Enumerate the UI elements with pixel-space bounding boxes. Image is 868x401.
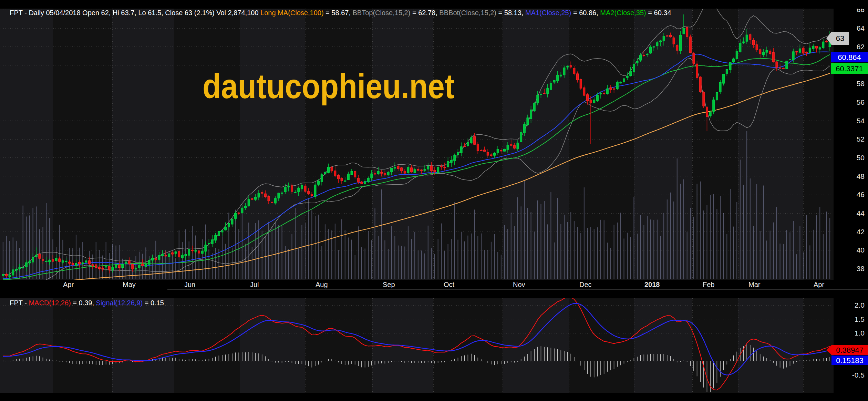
price-axis-label: 54 xyxy=(857,117,865,125)
month-label: Sep xyxy=(383,281,395,288)
price-axis-label: 46 xyxy=(857,191,865,198)
signal-value-tag: 0.15183 xyxy=(831,356,868,365)
price-axis-label: 64 xyxy=(857,24,865,32)
header-bbtop-value: = 62.78, xyxy=(410,9,439,17)
chart-canvas[interactable]: dautucophieu.netAprMayJunJulAugSepOctNov… xyxy=(0,0,868,401)
macd-axis-label: 1.0 xyxy=(855,329,865,337)
header-bbtop-label: BBTop(Close,15,2) xyxy=(353,9,411,17)
macd-header-prefix: FPT - xyxy=(10,299,29,307)
price-axis-label: 52 xyxy=(857,135,865,143)
price-axis-label: 48 xyxy=(857,172,865,180)
header-longma-label: Long MA(Close,100) xyxy=(260,9,323,17)
macd-value-tag: 0.38947 xyxy=(826,345,868,355)
price-axis-label: 56 xyxy=(857,98,865,106)
header-bbbot-value: = 58.13, xyxy=(496,9,525,17)
header-longma-value: = 58.67, xyxy=(324,9,353,17)
month-label: Dec xyxy=(579,281,592,288)
macd-header-signal-value: = 0.15 xyxy=(143,299,164,307)
watermark: dautucophieu.net xyxy=(203,67,455,105)
month-label: Jun xyxy=(184,281,195,288)
ma1-tag: 60.864 xyxy=(831,52,868,62)
macd-header-macd-value: = 0.39, xyxy=(71,299,96,307)
month-label: Mar xyxy=(748,281,761,288)
header-ma2-label: MA2(Close,35) xyxy=(600,9,646,17)
macd-header-macd-label: MACD(12,26) xyxy=(29,299,71,307)
price-axis-label: 38 xyxy=(857,265,865,273)
price-axis-label: 40 xyxy=(857,246,865,254)
macd-axis-label: 2.0 xyxy=(855,301,865,309)
ma2-tag: 60.3371 xyxy=(831,63,868,74)
month-label: Nov xyxy=(513,281,525,288)
month-label: Feb xyxy=(703,281,714,288)
svg-text:0.38947: 0.38947 xyxy=(836,346,864,354)
svg-text:0.15183: 0.15183 xyxy=(836,356,864,365)
month-label: May xyxy=(123,281,136,288)
price-axis-label: 42 xyxy=(857,228,865,236)
svg-text:60.3371: 60.3371 xyxy=(836,64,863,73)
price-axis-label: 44 xyxy=(857,209,865,217)
svg-text:63: 63 xyxy=(836,34,844,43)
header-ma2-value: = 60.34 xyxy=(646,9,671,17)
macd-header: FPT - MACD(12,26) = 0.39, Signal(12,26,9… xyxy=(0,289,167,298)
month-label: Jul xyxy=(250,281,259,288)
month-label: Apr xyxy=(814,281,824,288)
price-axis-label: 62 xyxy=(857,43,865,51)
month-label: Oct xyxy=(444,281,455,288)
chart-stage: dautucophieu.netAprMayJunJulAugSepOctNov… xyxy=(0,0,868,401)
chart-header: FPT - Daily 05/04/2018 Open 62, Hi 63.7,… xyxy=(0,0,868,9)
macd-header-signal-label: Signal(12,26,9) xyxy=(96,299,143,307)
price-axis-label: 58 xyxy=(857,80,865,88)
macd-axis-label: -0.5 xyxy=(852,371,865,379)
header-ma1-label: MA1(Close,25) xyxy=(525,9,571,17)
month-label: 2018 xyxy=(644,281,660,288)
svg-text:60.864: 60.864 xyxy=(838,53,861,62)
header-bbbot-label: BBBot(Close,15,2) xyxy=(439,9,496,17)
header-ma1-value: = 60.86, xyxy=(571,9,600,17)
header-symbol-ohlc: FPT - Daily 05/04/2018 Open 62, Hi 63.7,… xyxy=(10,9,260,17)
month-label: Aug xyxy=(316,281,328,288)
month-label: Apr xyxy=(63,281,74,288)
macd-axis-label: 1.5 xyxy=(855,315,865,323)
price-axis-label: 50 xyxy=(857,154,865,162)
